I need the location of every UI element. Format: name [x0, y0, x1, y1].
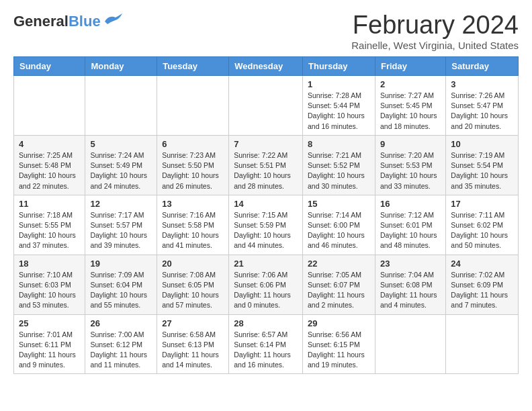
day-info: Sunrise: 7:08 AM Sunset: 6:05 PM Dayligh…	[162, 270, 224, 311]
day-number: 25	[19, 318, 80, 328]
calendar-header-thursday: Thursday	[303, 57, 375, 76]
day-info: Sunrise: 7:27 AM Sunset: 5:45 PM Dayligh…	[380, 91, 441, 132]
calendar-cell: 3Sunrise: 7:26 AM Sunset: 5:47 PM Daylig…	[446, 76, 519, 136]
day-number: 17	[451, 199, 513, 209]
day-info: Sunrise: 7:11 AM Sunset: 6:02 PM Dayligh…	[451, 210, 513, 251]
day-info: Sunrise: 7:24 AM Sunset: 5:49 PM Dayligh…	[90, 150, 152, 191]
day-number: 20	[162, 259, 224, 269]
calendar-header-saturday: Saturday	[446, 57, 519, 76]
calendar-cell: 27Sunrise: 6:58 AM Sunset: 6:13 PM Dayli…	[157, 314, 229, 374]
logo-bird-icon	[102, 12, 124, 27]
day-number: 28	[234, 318, 298, 328]
calendar-cell: 11Sunrise: 7:18 AM Sunset: 5:55 PM Dayli…	[14, 195, 85, 255]
calendar-cell	[446, 314, 519, 374]
day-number: 23	[380, 259, 441, 269]
day-info: Sunrise: 7:00 AM Sunset: 6:12 PM Dayligh…	[90, 330, 152, 371]
day-number: 8	[308, 139, 370, 149]
calendar-cell: 26Sunrise: 7:00 AM Sunset: 6:12 PM Dayli…	[85, 314, 157, 374]
day-number: 1	[308, 79, 370, 89]
day-number: 4	[19, 139, 80, 149]
calendar-week-row: 25Sunrise: 7:01 AM Sunset: 6:11 PM Dayli…	[14, 314, 519, 374]
calendar-cell: 18Sunrise: 7:10 AM Sunset: 6:03 PM Dayli…	[14, 255, 85, 314]
calendar-cell: 9Sunrise: 7:20 AM Sunset: 5:53 PM Daylig…	[375, 135, 445, 195]
day-info: Sunrise: 6:58 AM Sunset: 6:13 PM Dayligh…	[162, 330, 224, 371]
day-info: Sunrise: 7:25 AM Sunset: 5:48 PM Dayligh…	[19, 150, 80, 191]
day-number: 26	[90, 318, 152, 328]
calendar-cell	[85, 76, 157, 136]
calendar-week-row: 1Sunrise: 7:28 AM Sunset: 5:44 PM Daylig…	[14, 76, 519, 136]
calendar-cell: 16Sunrise: 7:12 AM Sunset: 6:01 PM Dayli…	[375, 195, 445, 255]
calendar-cell: 13Sunrise: 7:16 AM Sunset: 5:58 PM Dayli…	[157, 195, 229, 255]
day-number: 22	[308, 259, 370, 269]
calendar-cell: 4Sunrise: 7:25 AM Sunset: 5:48 PM Daylig…	[14, 135, 85, 195]
day-number: 27	[162, 318, 224, 328]
calendar-cell: 6Sunrise: 7:23 AM Sunset: 5:50 PM Daylig…	[157, 135, 229, 195]
calendar-cell: 15Sunrise: 7:14 AM Sunset: 6:00 PM Dayli…	[303, 195, 375, 255]
day-info: Sunrise: 7:09 AM Sunset: 6:04 PM Dayligh…	[90, 270, 152, 311]
day-info: Sunrise: 7:23 AM Sunset: 5:50 PM Dayligh…	[162, 150, 224, 191]
day-number: 14	[234, 199, 298, 209]
calendar-cell: 23Sunrise: 7:04 AM Sunset: 6:08 PM Dayli…	[375, 255, 445, 314]
header: GeneralBlue February 2024 Rainelle, West…	[13, 11, 519, 51]
calendar-cell: 1Sunrise: 7:28 AM Sunset: 5:44 PM Daylig…	[303, 76, 375, 136]
logo-blue: Blue	[69, 13, 101, 30]
calendar-cell	[157, 76, 229, 136]
title-area: February 2024 Rainelle, West Virginia, U…	[351, 11, 519, 51]
calendar-header-wednesday: Wednesday	[229, 57, 303, 76]
day-number: 10	[451, 139, 513, 149]
day-info: Sunrise: 7:16 AM Sunset: 5:58 PM Dayligh…	[162, 210, 224, 251]
day-number: 19	[90, 259, 152, 269]
location-title: Rainelle, West Virginia, United States	[351, 40, 519, 51]
calendar-week-row: 18Sunrise: 7:10 AM Sunset: 6:03 PM Dayli…	[14, 255, 519, 314]
day-info: Sunrise: 6:57 AM Sunset: 6:14 PM Dayligh…	[234, 330, 298, 371]
day-number: 7	[234, 139, 298, 149]
day-number: 9	[380, 139, 441, 149]
day-info: Sunrise: 7:22 AM Sunset: 5:51 PM Dayligh…	[234, 150, 298, 191]
day-number: 2	[380, 79, 441, 89]
day-number: 18	[19, 259, 80, 269]
day-info: Sunrise: 7:20 AM Sunset: 5:53 PM Dayligh…	[380, 150, 441, 191]
day-number: 15	[308, 199, 370, 209]
calendar-cell: 22Sunrise: 7:05 AM Sunset: 6:07 PM Dayli…	[303, 255, 375, 314]
day-info: Sunrise: 7:04 AM Sunset: 6:08 PM Dayligh…	[380, 270, 441, 311]
day-info: Sunrise: 7:26 AM Sunset: 5:47 PM Dayligh…	[451, 91, 513, 132]
day-number: 13	[162, 199, 224, 209]
day-number: 12	[90, 199, 152, 209]
day-info: Sunrise: 7:01 AM Sunset: 6:11 PM Dayligh…	[19, 330, 80, 371]
calendar-cell: 7Sunrise: 7:22 AM Sunset: 5:51 PM Daylig…	[229, 135, 303, 195]
day-number: 3	[451, 79, 513, 89]
day-number: 16	[380, 199, 441, 209]
calendar-cell	[229, 76, 303, 136]
calendar-cell: 17Sunrise: 7:11 AM Sunset: 6:02 PM Dayli…	[446, 195, 519, 255]
day-info: Sunrise: 7:14 AM Sunset: 6:00 PM Dayligh…	[308, 210, 370, 251]
day-info: Sunrise: 7:19 AM Sunset: 5:54 PM Dayligh…	[451, 150, 513, 191]
day-info: Sunrise: 7:02 AM Sunset: 6:09 PM Dayligh…	[451, 270, 513, 311]
calendar-cell: 28Sunrise: 6:57 AM Sunset: 6:14 PM Dayli…	[229, 314, 303, 374]
calendar-cell	[14, 76, 85, 136]
calendar-header-tuesday: Tuesday	[157, 57, 229, 76]
day-number: 6	[162, 139, 224, 149]
day-info: Sunrise: 7:18 AM Sunset: 5:55 PM Dayligh…	[19, 210, 80, 251]
logo-general: General	[13, 13, 69, 30]
calendar-cell: 8Sunrise: 7:21 AM Sunset: 5:52 PM Daylig…	[303, 135, 375, 195]
day-info: Sunrise: 7:17 AM Sunset: 5:57 PM Dayligh…	[90, 210, 152, 251]
calendar-cell: 12Sunrise: 7:17 AM Sunset: 5:57 PM Dayli…	[85, 195, 157, 255]
day-number: 11	[19, 199, 80, 209]
day-info: Sunrise: 7:21 AM Sunset: 5:52 PM Dayligh…	[308, 150, 370, 191]
day-number: 21	[234, 259, 298, 269]
calendar-week-row: 4Sunrise: 7:25 AM Sunset: 5:48 PM Daylig…	[14, 135, 519, 195]
calendar-cell: 5Sunrise: 7:24 AM Sunset: 5:49 PM Daylig…	[85, 135, 157, 195]
day-info: Sunrise: 7:28 AM Sunset: 5:44 PM Dayligh…	[308, 91, 370, 132]
day-number: 5	[90, 139, 152, 149]
calendar-cell: 20Sunrise: 7:08 AM Sunset: 6:05 PM Dayli…	[157, 255, 229, 314]
calendar-cell: 10Sunrise: 7:19 AM Sunset: 5:54 PM Dayli…	[446, 135, 519, 195]
calendar-header-friday: Friday	[375, 57, 445, 76]
day-number: 29	[308, 318, 370, 328]
calendar-cell: 14Sunrise: 7:15 AM Sunset: 5:59 PM Dayli…	[229, 195, 303, 255]
calendar-header-sunday: Sunday	[14, 57, 85, 76]
calendar-cell: 29Sunrise: 6:56 AM Sunset: 6:15 PM Dayli…	[303, 314, 375, 374]
day-number: 24	[451, 259, 513, 269]
month-title: February 2024	[351, 11, 519, 40]
day-info: Sunrise: 7:06 AM Sunset: 6:06 PM Dayligh…	[234, 270, 298, 311]
calendar-header-row: SundayMondayTuesdayWednesdayThursdayFrid…	[14, 57, 519, 76]
